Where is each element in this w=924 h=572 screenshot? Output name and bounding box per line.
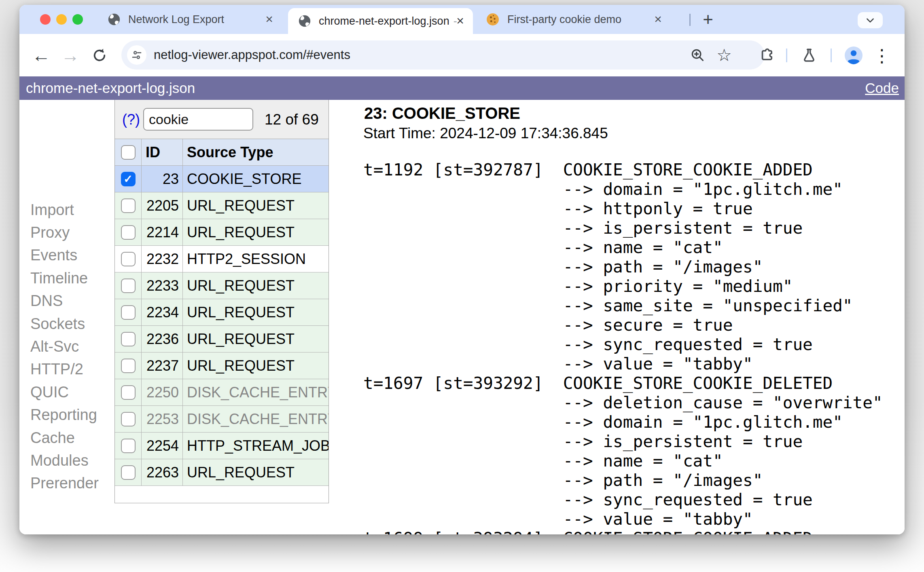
table-row[interactable]: 2236 URL_REQUEST — [115, 326, 328, 352]
table-row[interactable]: 2263 URL_REQUEST — [115, 459, 328, 486]
sidebar-item-http-2[interactable]: HTTP/2 — [30, 358, 83, 381]
row-id: 2263 — [142, 459, 183, 485]
back-button[interactable]: ← — [29, 34, 53, 76]
tab-network-log-export[interactable]: Network Log Export × — [102, 5, 284, 34]
row-checkbox[interactable] — [121, 279, 136, 293]
netlog-status-bar: chrome-net-export-log.json Code — [19, 76, 905, 100]
table-row[interactable]: 2254 HTTP_STREAM_JOB — [115, 433, 328, 459]
filter-match-count: 12 of 69 — [265, 100, 319, 139]
window-zoom-button[interactable] — [72, 14, 83, 25]
row-checkbox[interactable] — [121, 465, 136, 480]
row-checkbox[interactable] — [121, 332, 136, 346]
row-source-type: URL_REQUEST — [183, 352, 328, 379]
row-id: 2250 — [142, 379, 183, 405]
table-row[interactable]: 2253 DISK_CACHE_ENTRY — [115, 406, 328, 433]
window-close-button[interactable] — [40, 14, 51, 25]
filter-help-link[interactable]: (?) — [122, 100, 140, 139]
row-checkbox[interactable] — [121, 385, 136, 400]
sidebar-item-sockets[interactable]: Sockets — [30, 312, 85, 335]
row-id: 2232 — [142, 246, 183, 272]
row-id: 2236 — [142, 326, 183, 352]
tab-close-icon[interactable]: × — [456, 13, 464, 28]
table-row[interactable]: 2214 URL_REQUEST — [115, 219, 328, 246]
tab-title: Network Log Export — [128, 13, 224, 26]
row-checkbox[interactable] — [121, 412, 136, 426]
tab-search-button[interactable] — [858, 12, 883, 28]
sidebar-item-timeline[interactable]: Timeline — [30, 267, 88, 289]
sidebar-item-quic[interactable]: QUIC — [30, 381, 69, 403]
tab-divider — [689, 14, 691, 26]
extensions-icon[interactable] — [757, 46, 776, 65]
table-row[interactable]: 2237 URL_REQUEST — [115, 352, 328, 379]
profile-avatar[interactable] — [844, 46, 863, 65]
table-row[interactable]: 2250 DISK_CACHE_ENTRY — [115, 379, 328, 406]
sidebar-item-dns[interactable]: DNS — [30, 290, 63, 312]
labs-flask-icon[interactable] — [799, 46, 819, 65]
globe-favicon-icon — [298, 14, 312, 28]
row-id: 23 — [142, 166, 183, 192]
sidebar: ImportProxyEventsTimelineDNSSocketsAlt-S… — [19, 100, 114, 534]
row-source-type: URL_REQUEST — [183, 299, 328, 325]
sidebar-item-prerender[interactable]: Prerender — [30, 472, 99, 495]
netlog-content: ImportProxyEventsTimelineDNSSocketsAlt-S… — [19, 100, 905, 534]
filter-input[interactable] — [143, 108, 253, 131]
sidebar-item-reporting[interactable]: Reporting — [30, 404, 97, 426]
select-all-checkbox[interactable] — [121, 145, 136, 160]
row-checkbox[interactable]: ✓ — [121, 172, 136, 186]
loaded-file-title: chrome-net-export-log.json — [26, 76, 195, 100]
table-row[interactable]: ✓ 23 COOKIE_STORE — [115, 166, 328, 192]
browser-menu-icon[interactable]: ⋮ — [872, 46, 892, 65]
sidebar-item-alt-svc[interactable]: Alt-Svc — [30, 335, 79, 358]
zoom-icon[interactable] — [689, 46, 706, 64]
row-checkbox[interactable] — [121, 359, 136, 373]
row-source-type: URL_REQUEST — [183, 272, 328, 299]
sidebar-item-modules[interactable]: Modules — [30, 449, 89, 472]
toolbar-divider — [831, 49, 832, 62]
tab-close-icon[interactable]: × — [265, 12, 273, 27]
window-minimize-button[interactable] — [56, 14, 67, 25]
forward-button[interactable]: → — [58, 34, 83, 76]
table-header-row: ID Source Type — [115, 139, 328, 166]
table-row[interactable]: 2233 URL_REQUEST — [115, 272, 328, 299]
column-header-id[interactable]: ID — [142, 139, 183, 165]
code-link[interactable]: Code — [865, 76, 899, 100]
table-row[interactable]: 2205 URL_REQUEST — [115, 192, 328, 219]
row-source-type: URL_REQUEST — [183, 192, 328, 219]
row-source-type: URL_REQUEST — [183, 219, 328, 245]
reload-button[interactable] — [87, 34, 112, 76]
row-id: 2234 — [142, 299, 183, 325]
row-source-type: COOKIE_STORE — [183, 166, 328, 192]
tab-chrome-net-export-log[interactable]: chrome-net-export-log.json - × — [288, 8, 473, 34]
bookmark-star-icon[interactable]: ☆ — [715, 46, 733, 64]
tab-close-icon[interactable]: × — [654, 12, 662, 27]
row-source-type: HTTP2_SESSION — [183, 246, 328, 272]
row-id: 2254 — [142, 433, 183, 459]
sidebar-item-cache[interactable]: Cache — [30, 426, 75, 449]
sidebar-item-import[interactable]: Import — [30, 198, 74, 221]
sidebar-item-events[interactable]: Events — [30, 244, 77, 267]
table-row[interactable]: 2234 URL_REQUEST — [115, 299, 328, 326]
new-tab-button[interactable]: + — [696, 9, 720, 30]
row-checkbox[interactable] — [121, 198, 136, 213]
event-title: 23: COOKIE_STORE — [364, 104, 520, 122]
tab-first-party-cookie-demo[interactable]: First-party cookie demo × — [485, 5, 672, 34]
row-checkbox[interactable] — [121, 305, 136, 320]
site-settings-icon[interactable] — [127, 45, 146, 65]
address-bar[interactable]: netlog-viewer.appspot.com/#events ☆ — [121, 40, 765, 70]
url-text[interactable]: netlog-viewer.appspot.com/#events — [154, 40, 350, 70]
row-checkbox[interactable] — [121, 439, 136, 453]
events-list-panel: (?) 12 of 69 ID Source Type ✓ 23 COOKIE_… — [114, 100, 329, 503]
event-start-time: Start Time: 2024-12-09 17:34:36.845 — [363, 125, 608, 142]
table-row[interactable]: 2232 HTTP2_SESSION — [115, 246, 328, 272]
events-table: ID Source Type ✓ 23 COOKIE_STORE 2205 UR… — [115, 139, 328, 486]
row-source-type: HTTP_STREAM_JOB — [183, 433, 328, 459]
row-checkbox[interactable] — [121, 252, 136, 266]
row-checkbox[interactable] — [121, 225, 136, 240]
chevron-down-icon — [865, 15, 875, 25]
column-header-source-type[interactable]: Source Type — [183, 139, 328, 165]
row-id: 2233 — [142, 272, 183, 299]
filter-bar: (?) 12 of 69 — [115, 100, 328, 139]
browser-window: Network Log Export × chrome-net-export-l… — [19, 5, 905, 534]
sidebar-item-proxy[interactable]: Proxy — [30, 221, 70, 244]
row-id: 2214 — [142, 219, 183, 245]
